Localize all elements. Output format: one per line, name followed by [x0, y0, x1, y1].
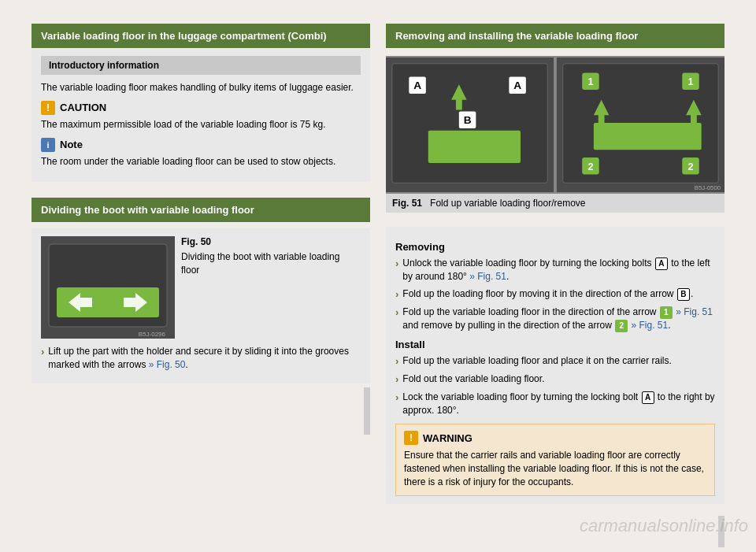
install-step-3: › Lock the variable loading floor by tur…	[395, 391, 715, 417]
note-block: i Note The room under the variable loadi…	[41, 138, 361, 169]
label-2-badge: 2	[615, 320, 628, 332]
removing-step-1: › Unlock the variable loading floor by t…	[395, 257, 715, 283]
list-item-text: Lift up the part with the holder and sec…	[48, 345, 361, 372]
figure-51-caption: Fig. 51 Fold up variable loading floor/r…	[386, 194, 724, 213]
main-section-header: Variable loading floor in the luggage co…	[32, 24, 370, 48]
warning-block: ! WARNING Ensure that the carrier rails …	[395, 424, 715, 495]
removing-step-3-text: Fold up the variable loading floor in th…	[402, 306, 715, 332]
note-text: The room under the variable loading floo…	[41, 155, 361, 169]
install-step-2: › Fold out the variable loading floor.	[395, 372, 715, 387]
figure-50-text: Dividing the boot with variable loading …	[181, 250, 361, 277]
warning-icon: !	[404, 431, 418, 445]
trunk-illustration: B5J-0296	[41, 236, 175, 339]
main-header-text: Variable loading floor in the luggage co…	[41, 30, 327, 42]
figure-51-image: A A B	[386, 56, 724, 194]
intro-header: Introductory information	[41, 56, 361, 75]
figure-50-caption: Fig. 50 Dividing the boot with variable …	[181, 236, 361, 339]
figure-50-image: B5J-0296	[41, 236, 175, 339]
svg-rect-9	[428, 131, 521, 163]
intro-text: The variable loading floor makes handlin…	[41, 81, 361, 94]
left-side-indicator	[364, 387, 370, 435]
fig51-link-2[interactable]: » Fig. 51	[676, 306, 713, 317]
caution-title: ! CAUTION	[41, 101, 361, 115]
right-section-header: Removing and installing the variable loa…	[386, 24, 724, 48]
note-icon: i	[41, 138, 55, 152]
svg-text:B5J-0296: B5J-0296	[139, 331, 166, 338]
svg-text:1: 1	[687, 76, 693, 87]
fig51-link-3[interactable]: » Fig. 51	[632, 320, 669, 331]
label-A-1: A	[655, 257, 668, 270]
dividing-header: Dividing the boot with variable loading …	[32, 198, 370, 222]
label-A-2: A	[642, 391, 654, 404]
install-title: Install	[395, 339, 715, 350]
trunk-svg: B5J-0296	[41, 236, 175, 339]
figure-50-number: Fig. 50	[181, 236, 361, 247]
list-arrow-icon: ›	[41, 345, 44, 359]
svg-text:B: B	[464, 114, 472, 126]
intro-block: Introductory information The variable lo…	[32, 48, 370, 182]
install-step-1-text: Fold up the variable loading floor and p…	[402, 354, 672, 368]
warning-title: ! WARNING	[404, 431, 706, 445]
svg-text:1: 1	[587, 76, 593, 87]
right-header-text: Removing and installing the variable loa…	[395, 30, 638, 42]
arrow-icon-3: ›	[395, 306, 398, 320]
figure-50-block: B5J-0296 Fig. 50 Dividing the boot with …	[41, 236, 361, 339]
removing-title: Removing	[395, 241, 715, 253]
label-B-1: B	[677, 288, 690, 301]
right-side-indicator	[718, 516, 724, 547]
removing-step-3: › Fold up the variable loading floor in …	[395, 306, 715, 332]
arrow-icon-2: ›	[395, 287, 398, 302]
arrow-icon-6: ›	[395, 391, 398, 405]
caution-icon: !	[41, 101, 55, 115]
install-step-3-text: Lock the variable loading floor by turni…	[402, 391, 715, 417]
svg-text:A: A	[513, 80, 521, 91]
arrow-icon-5: ›	[395, 372, 398, 387]
svg-text:2: 2	[687, 161, 693, 172]
install-step-2-text: Fold out the variable loading floor.	[402, 372, 544, 386]
arrow-icon-1: ›	[395, 257, 398, 271]
svg-text:A: A	[413, 80, 421, 91]
removing-step-1-text: Unlock the variable loading floor by tur…	[402, 257, 715, 283]
install-step-1: › Fold up the variable loading floor and…	[395, 354, 715, 369]
removing-step-2: › Fold up the loading floor by moving it…	[395, 287, 715, 302]
figure-51-caption-text: Fold up variable loading floor/remove	[430, 198, 585, 209]
figure-51-number: Fig. 51	[392, 198, 422, 209]
caution-block: ! CAUTION The maximum permissible load o…	[41, 101, 361, 132]
label-1-badge: 1	[660, 306, 673, 319]
figure-51-svg: A A B	[386, 56, 724, 194]
warning-text: Ensure that the carrier rails and variab…	[404, 449, 706, 488]
right-column: Removing and installing the variable loa…	[386, 24, 724, 547]
fig51-link-1[interactable]: » Fig. 51	[469, 271, 506, 282]
figure-51-block: A A B	[386, 56, 724, 213]
dividing-content: B5J-0296 Fig. 50 Dividing the boot with …	[32, 228, 370, 383]
dividing-list-item: › Lift up the part with the holder and s…	[41, 345, 361, 372]
svg-text:B5J-0500: B5J-0500	[695, 184, 721, 191]
caution-text: The maximum permissible load of the vari…	[41, 118, 361, 132]
svg-rect-20	[594, 123, 702, 150]
removing-content: Removing › Unlock the variable loading f…	[386, 227, 724, 504]
svg-text:2: 2	[587, 161, 593, 172]
left-column: Variable loading floor in the luggage co…	[32, 24, 370, 547]
note-title: i Note	[41, 138, 361, 152]
fig50-link[interactable]: » Fig. 50	[149, 359, 186, 370]
arrow-icon-4: ›	[395, 354, 398, 369]
removing-step-2-text: Fold up the loading floor by moving it i…	[402, 287, 693, 301]
dividing-section: Dividing the boot with variable loading …	[32, 198, 370, 383]
